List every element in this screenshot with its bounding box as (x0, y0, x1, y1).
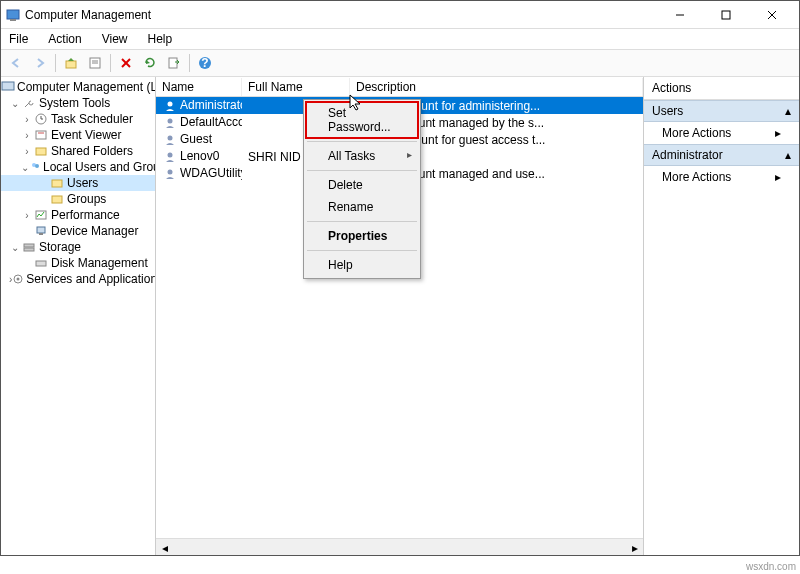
svg-point-37 (168, 152, 173, 157)
svg-text:?: ? (201, 56, 208, 70)
svg-rect-19 (36, 131, 46, 139)
user-icon (162, 167, 178, 181)
svg-rect-25 (52, 196, 62, 203)
col-description[interactable]: Description (350, 78, 643, 96)
toolbar: ? (1, 49, 799, 77)
disk-icon (33, 256, 49, 270)
event-icon (33, 128, 49, 142)
svg-rect-1 (10, 19, 16, 21)
app-icon (5, 7, 21, 23)
svg-rect-30 (24, 248, 34, 251)
folder-open-icon (49, 176, 65, 190)
minimize-button[interactable] (657, 2, 703, 28)
tree-device-manager[interactable]: Device Manager (51, 224, 138, 238)
menu-action[interactable]: Action (44, 30, 85, 48)
services-icon (12, 272, 24, 286)
svg-rect-12 (169, 58, 177, 68)
storage-icon (21, 240, 37, 254)
users-group-icon (29, 160, 41, 174)
chevron-right-icon: ▸ (775, 170, 781, 184)
svg-point-36 (168, 135, 173, 140)
computer-icon (1, 80, 15, 94)
tree-users[interactable]: Users (67, 176, 98, 190)
forward-button[interactable] (29, 52, 51, 74)
user-icon (162, 150, 178, 164)
menu-file[interactable]: File (5, 30, 32, 48)
svg-rect-15 (2, 82, 14, 90)
svg-point-38 (168, 169, 173, 174)
tree-storage[interactable]: Storage (39, 240, 81, 254)
folder-icon (33, 144, 49, 158)
window-title: Computer Management (25, 8, 657, 22)
collapse-icon: ▴ (785, 104, 791, 118)
svg-rect-28 (39, 233, 43, 235)
tree-services-apps[interactable]: Services and Applications (26, 272, 156, 286)
actions-section-users[interactable]: Users▴ (644, 100, 799, 122)
device-icon (33, 224, 49, 238)
actions-title: Actions (644, 77, 799, 100)
menu-all-tasks[interactable]: All Tasks (306, 145, 418, 167)
actions-section-administrator[interactable]: Administrator▴ (644, 144, 799, 166)
menu-help[interactable]: Help (144, 30, 177, 48)
horizontal-scrollbar[interactable]: ◂ ▸ (156, 538, 643, 555)
list-header: Name Full Name Description (156, 77, 643, 97)
titlebar: Computer Management (1, 1, 799, 29)
tree-root[interactable]: Computer Management (Local (17, 80, 156, 94)
export-button[interactable] (163, 52, 185, 74)
svg-rect-29 (24, 244, 34, 247)
help-button[interactable]: ? (194, 52, 216, 74)
delete-button[interactable] (115, 52, 137, 74)
menu-set-password[interactable]: Set Password... (306, 102, 418, 138)
back-button[interactable] (5, 52, 27, 74)
properties-button[interactable] (84, 52, 106, 74)
tree-disk-management[interactable]: Disk Management (51, 256, 148, 270)
col-fullname[interactable]: Full Name (242, 78, 350, 96)
up-button[interactable] (60, 52, 82, 74)
tree-local-users[interactable]: Local Users and Groups (43, 160, 156, 174)
menubar: File Action View Help (1, 29, 799, 49)
watermark: wsxdn.com (746, 561, 796, 572)
tree-event-viewer[interactable]: Event Viewer (51, 128, 121, 142)
svg-rect-26 (36, 211, 46, 219)
menu-properties[interactable]: Properties (306, 225, 418, 247)
menu-view[interactable]: View (98, 30, 132, 48)
maximize-button[interactable] (703, 2, 749, 28)
svg-rect-21 (36, 148, 46, 155)
clock-icon (33, 112, 49, 126)
tools-icon (21, 96, 37, 110)
user-icon (162, 133, 178, 147)
user-icon (162, 116, 178, 130)
menu-rename[interactable]: Rename (306, 196, 418, 218)
svg-rect-27 (37, 227, 45, 233)
svg-point-34 (168, 101, 173, 106)
svg-rect-31 (36, 261, 46, 266)
performance-icon (33, 208, 49, 222)
tree-shared-folders[interactable]: Shared Folders (51, 144, 133, 158)
collapse-icon: ▴ (785, 148, 791, 162)
svg-rect-0 (7, 10, 19, 19)
close-button[interactable] (749, 2, 795, 28)
tree-system-tools[interactable]: System Tools (39, 96, 110, 110)
actions-more-users[interactable]: More Actions▸ (644, 122, 799, 144)
svg-rect-3 (722, 11, 730, 19)
user-icon (162, 99, 178, 113)
chevron-right-icon: ▸ (775, 126, 781, 140)
svg-point-23 (35, 164, 39, 168)
context-menu: Set Password... All Tasks Delete Rename … (303, 99, 421, 279)
tree-performance[interactable]: Performance (51, 208, 120, 222)
menu-delete[interactable]: Delete (306, 174, 418, 196)
tree-groups[interactable]: Groups (67, 192, 106, 206)
svg-point-35 (168, 118, 173, 123)
svg-point-33 (17, 278, 20, 281)
svg-rect-6 (66, 61, 76, 68)
tree-task-scheduler[interactable]: Task Scheduler (51, 112, 133, 126)
folder-icon (49, 192, 65, 206)
svg-rect-24 (52, 180, 62, 187)
col-name[interactable]: Name (156, 78, 242, 96)
refresh-button[interactable] (139, 52, 161, 74)
actions-pane: Actions Users▴ More Actions▸ Administrat… (644, 77, 799, 555)
actions-more-admin[interactable]: More Actions▸ (644, 166, 799, 188)
menu-help[interactable]: Help (306, 254, 418, 276)
navigation-tree[interactable]: Computer Management (Local ⌄System Tools… (1, 77, 156, 555)
